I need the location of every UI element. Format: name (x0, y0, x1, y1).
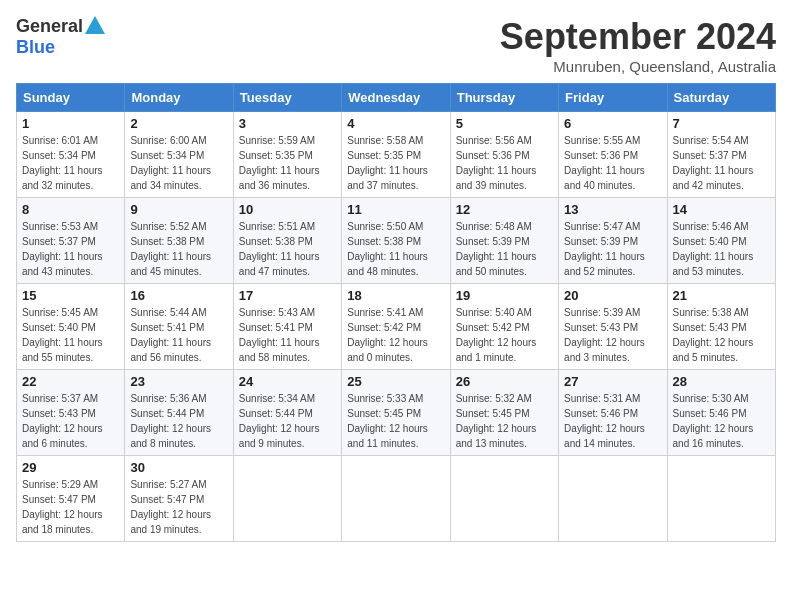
day-number: 30 (130, 460, 227, 475)
day-info: Sunrise: 5:55 AMSunset: 5:36 PMDaylight:… (564, 133, 661, 193)
calendar-day-14: 14Sunrise: 5:46 AMSunset: 5:40 PMDayligh… (667, 198, 775, 284)
day-info: Sunrise: 5:50 AMSunset: 5:38 PMDaylight:… (347, 219, 444, 279)
day-number: 21 (673, 288, 770, 303)
day-number: 11 (347, 202, 444, 217)
calendar-day-8: 8Sunrise: 5:53 AMSunset: 5:37 PMDaylight… (17, 198, 125, 284)
day-info: Sunrise: 5:54 AMSunset: 5:37 PMDaylight:… (673, 133, 770, 193)
day-info: Sunrise: 5:34 AMSunset: 5:44 PMDaylight:… (239, 391, 336, 451)
day-info: Sunrise: 5:32 AMSunset: 5:45 PMDaylight:… (456, 391, 553, 451)
calendar-week-2: 8Sunrise: 5:53 AMSunset: 5:37 PMDaylight… (17, 198, 776, 284)
calendar-day-10: 10Sunrise: 5:51 AMSunset: 5:38 PMDayligh… (233, 198, 341, 284)
day-info: Sunrise: 5:45 AMSunset: 5:40 PMDaylight:… (22, 305, 119, 365)
calendar-week-5: 29Sunrise: 5:29 AMSunset: 5:47 PMDayligh… (17, 456, 776, 542)
day-number: 8 (22, 202, 119, 217)
day-number: 20 (564, 288, 661, 303)
day-number: 19 (456, 288, 553, 303)
calendar-day-22: 22Sunrise: 5:37 AMSunset: 5:43 PMDayligh… (17, 370, 125, 456)
day-number: 14 (673, 202, 770, 217)
calendar-day-25: 25Sunrise: 5:33 AMSunset: 5:45 PMDayligh… (342, 370, 450, 456)
day-info: Sunrise: 5:52 AMSunset: 5:38 PMDaylight:… (130, 219, 227, 279)
day-info: Sunrise: 5:29 AMSunset: 5:47 PMDaylight:… (22, 477, 119, 537)
day-info: Sunrise: 5:56 AMSunset: 5:36 PMDaylight:… (456, 133, 553, 193)
logo: General Blue (16, 16, 105, 58)
day-info: Sunrise: 5:48 AMSunset: 5:39 PMDaylight:… (456, 219, 553, 279)
day-number: 2 (130, 116, 227, 131)
day-number: 26 (456, 374, 553, 389)
calendar-day-17: 17Sunrise: 5:43 AMSunset: 5:41 PMDayligh… (233, 284, 341, 370)
calendar-day-6: 6Sunrise: 5:55 AMSunset: 5:36 PMDaylight… (559, 112, 667, 198)
calendar-day-29: 29Sunrise: 5:29 AMSunset: 5:47 PMDayligh… (17, 456, 125, 542)
calendar-location: Munruben, Queensland, Australia (500, 58, 776, 75)
weekday-header-friday: Friday (559, 84, 667, 112)
day-number: 3 (239, 116, 336, 131)
weekday-header-tuesday: Tuesday (233, 84, 341, 112)
calendar-week-3: 15Sunrise: 5:45 AMSunset: 5:40 PMDayligh… (17, 284, 776, 370)
calendar-day-23: 23Sunrise: 5:36 AMSunset: 5:44 PMDayligh… (125, 370, 233, 456)
day-info: Sunrise: 5:36 AMSunset: 5:44 PMDaylight:… (130, 391, 227, 451)
empty-cell (342, 456, 450, 542)
day-info: Sunrise: 5:39 AMSunset: 5:43 PMDaylight:… (564, 305, 661, 365)
calendar-day-28: 28Sunrise: 5:30 AMSunset: 5:46 PMDayligh… (667, 370, 775, 456)
day-number: 29 (22, 460, 119, 475)
day-number: 25 (347, 374, 444, 389)
day-number: 22 (22, 374, 119, 389)
weekday-header-row: SundayMondayTuesdayWednesdayThursdayFrid… (17, 84, 776, 112)
day-info: Sunrise: 5:44 AMSunset: 5:41 PMDaylight:… (130, 305, 227, 365)
day-info: Sunrise: 6:01 AMSunset: 5:34 PMDaylight:… (22, 133, 119, 193)
calendar-day-9: 9Sunrise: 5:52 AMSunset: 5:38 PMDaylight… (125, 198, 233, 284)
day-info: Sunrise: 5:37 AMSunset: 5:43 PMDaylight:… (22, 391, 119, 451)
calendar-day-4: 4Sunrise: 5:58 AMSunset: 5:35 PMDaylight… (342, 112, 450, 198)
weekday-header-thursday: Thursday (450, 84, 558, 112)
calendar-week-1: 1Sunrise: 6:01 AMSunset: 5:34 PMDaylight… (17, 112, 776, 198)
calendar-day-3: 3Sunrise: 5:59 AMSunset: 5:35 PMDaylight… (233, 112, 341, 198)
calendar-day-24: 24Sunrise: 5:34 AMSunset: 5:44 PMDayligh… (233, 370, 341, 456)
day-info: Sunrise: 5:38 AMSunset: 5:43 PMDaylight:… (673, 305, 770, 365)
page-header: General Blue September 2024 Munruben, Qu… (16, 16, 776, 75)
weekday-header-monday: Monday (125, 84, 233, 112)
title-section: September 2024 Munruben, Queensland, Aus… (500, 16, 776, 75)
calendar-day-27: 27Sunrise: 5:31 AMSunset: 5:46 PMDayligh… (559, 370, 667, 456)
logo-blue-text: Blue (16, 37, 55, 58)
day-info: Sunrise: 5:41 AMSunset: 5:42 PMDaylight:… (347, 305, 444, 365)
calendar-day-30: 30Sunrise: 5:27 AMSunset: 5:47 PMDayligh… (125, 456, 233, 542)
day-number: 7 (673, 116, 770, 131)
day-number: 9 (130, 202, 227, 217)
day-info: Sunrise: 5:47 AMSunset: 5:39 PMDaylight:… (564, 219, 661, 279)
weekday-header-wednesday: Wednesday (342, 84, 450, 112)
calendar-day-21: 21Sunrise: 5:38 AMSunset: 5:43 PMDayligh… (667, 284, 775, 370)
day-number: 12 (456, 202, 553, 217)
calendar-day-19: 19Sunrise: 5:40 AMSunset: 5:42 PMDayligh… (450, 284, 558, 370)
day-number: 27 (564, 374, 661, 389)
day-info: Sunrise: 5:31 AMSunset: 5:46 PMDaylight:… (564, 391, 661, 451)
empty-cell (450, 456, 558, 542)
day-info: Sunrise: 5:53 AMSunset: 5:37 PMDaylight:… (22, 219, 119, 279)
day-info: Sunrise: 5:43 AMSunset: 5:41 PMDaylight:… (239, 305, 336, 365)
calendar-week-4: 22Sunrise: 5:37 AMSunset: 5:43 PMDayligh… (17, 370, 776, 456)
empty-cell (559, 456, 667, 542)
calendar-day-18: 18Sunrise: 5:41 AMSunset: 5:42 PMDayligh… (342, 284, 450, 370)
calendar-title: September 2024 (500, 16, 776, 58)
logo-triangle-icon (85, 16, 105, 34)
day-info: Sunrise: 5:58 AMSunset: 5:35 PMDaylight:… (347, 133, 444, 193)
calendar-day-20: 20Sunrise: 5:39 AMSunset: 5:43 PMDayligh… (559, 284, 667, 370)
day-number: 17 (239, 288, 336, 303)
calendar-day-1: 1Sunrise: 6:01 AMSunset: 5:34 PMDaylight… (17, 112, 125, 198)
calendar-day-16: 16Sunrise: 5:44 AMSunset: 5:41 PMDayligh… (125, 284, 233, 370)
day-info: Sunrise: 5:46 AMSunset: 5:40 PMDaylight:… (673, 219, 770, 279)
weekday-header-saturday: Saturday (667, 84, 775, 112)
day-number: 10 (239, 202, 336, 217)
calendar-table: SundayMondayTuesdayWednesdayThursdayFrid… (16, 83, 776, 542)
day-number: 4 (347, 116, 444, 131)
day-info: Sunrise: 5:33 AMSunset: 5:45 PMDaylight:… (347, 391, 444, 451)
calendar-day-5: 5Sunrise: 5:56 AMSunset: 5:36 PMDaylight… (450, 112, 558, 198)
calendar-day-2: 2Sunrise: 6:00 AMSunset: 5:34 PMDaylight… (125, 112, 233, 198)
calendar-day-11: 11Sunrise: 5:50 AMSunset: 5:38 PMDayligh… (342, 198, 450, 284)
day-number: 15 (22, 288, 119, 303)
day-number: 16 (130, 288, 227, 303)
day-number: 24 (239, 374, 336, 389)
calendar-day-15: 15Sunrise: 5:45 AMSunset: 5:40 PMDayligh… (17, 284, 125, 370)
empty-cell (667, 456, 775, 542)
day-info: Sunrise: 5:51 AMSunset: 5:38 PMDaylight:… (239, 219, 336, 279)
day-info: Sunrise: 5:27 AMSunset: 5:47 PMDaylight:… (130, 477, 227, 537)
day-info: Sunrise: 5:40 AMSunset: 5:42 PMDaylight:… (456, 305, 553, 365)
